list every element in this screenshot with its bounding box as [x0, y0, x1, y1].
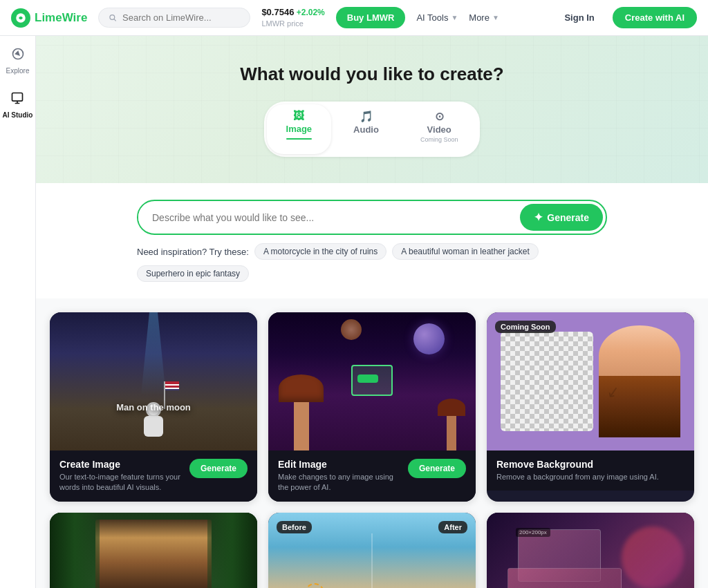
tab-image[interactable]: 🖼 Image	[267, 104, 332, 154]
search-bar[interactable]	[98, 8, 250, 28]
sidebar-item-explore[interactable]: Explore	[6, 47, 30, 75]
create-button[interactable]: Create with AI	[613, 7, 697, 28]
card-create-image-preview: Man on the moon	[50, 312, 257, 451]
logo-text: LimeWire	[35, 11, 87, 25]
mushroom-cap-small	[438, 399, 465, 416]
sidebar: Explore AI Studio	[0, 36, 36, 588]
outpaint-right	[207, 513, 257, 588]
mushroom-stem-small	[447, 416, 456, 451]
search-icon	[109, 13, 117, 22]
tab-audio[interactable]: 🎵 Audio	[334, 104, 398, 154]
more-chevron: ▼	[492, 14, 499, 21]
inpaint-selection-circle	[305, 583, 324, 588]
price-value: $0.7546	[261, 7, 294, 17]
tabs-container: 🖼 Image 🎵 Audio ⊙ Video Coming Soon	[264, 102, 481, 157]
sidebar-item-ai-studio[interactable]: AI Studio	[3, 91, 33, 119]
mushroom-large	[279, 374, 324, 451]
image-tab-icon: 🖼	[293, 110, 304, 122]
generate-star-icon: ✦	[534, 211, 543, 224]
mushroom-small	[438, 399, 465, 451]
checkered-bg	[501, 332, 593, 431]
sidebar-explore-label: Explore	[6, 67, 30, 75]
more-nav[interactable]: More ▼	[469, 12, 499, 23]
card-edit-image-text: Edit Image Make changes to any image usi…	[278, 459, 402, 493]
outpaint-left	[50, 513, 100, 588]
card-create-image-caption: Man on the moon	[116, 402, 191, 412]
signin-button[interactable]: Sign In	[557, 8, 601, 27]
search-input[interactable]	[122, 12, 240, 23]
audio-tab-line	[353, 139, 379, 140]
svg-line-2	[114, 19, 116, 21]
removebg-scene: ↙	[487, 312, 694, 451]
ai-studio-icon	[10, 91, 24, 108]
coming-soon-badge: Coming Soon	[495, 321, 556, 333]
inspiration-chip-2[interactable]: Superhero in epic fantasy	[137, 265, 249, 282]
search-section: ✦ Generate Need inspiration? Try these: …	[36, 183, 708, 298]
card-create-image-button[interactable]: Generate	[189, 459, 248, 478]
sidebar-ai-studio-label: AI Studio	[3, 111, 33, 119]
video-tab-label: Video	[427, 124, 451, 135]
outpaint-center-img	[95, 520, 212, 588]
mushroom-stem-large	[294, 402, 309, 451]
card-edit-image-info: Edit Image Make changes to any image usi…	[268, 451, 476, 502]
card-edit-image-button[interactable]: Generate	[408, 459, 466, 478]
svg-point-1	[110, 15, 115, 20]
upscale-small-label: 200×200px	[516, 528, 550, 537]
image-tab-label: Image	[286, 124, 313, 134]
tab-video[interactable]: ⊙ Video Coming Soon	[401, 104, 478, 154]
card-create-image-info: Create Image Our text-to-image feature t…	[50, 451, 257, 502]
card-create-image-title: Create Image	[59, 459, 184, 470]
price-label: LMWR price	[261, 19, 324, 28]
card-create-image-desc: Our text-to-image feature turns your wor…	[59, 472, 184, 493]
buy-lmwr-button[interactable]: Buy LMWR	[336, 7, 406, 28]
card-remove-bg-desc: Remove a background from any image using…	[496, 472, 659, 482]
card-upscale: 200×200px 960×960px ↘ Upscale Image Enha…	[487, 513, 694, 588]
more-label: More	[469, 12, 490, 23]
price-block: $0.7546 +2.02% LMWR price	[261, 7, 324, 28]
card-edit-image: Edit Image Make changes to any image usi…	[268, 312, 476, 502]
small-planet	[341, 319, 362, 340]
planet-sphere	[413, 323, 445, 354]
prompt-input[interactable]	[138, 204, 517, 231]
svg-rect-4	[12, 93, 23, 102]
video-tab-line	[420, 147, 458, 149]
card-remove-bg-preview: ↙ Coming Soon	[487, 312, 694, 451]
logo[interactable]: LimeWire	[11, 8, 87, 28]
generate-main-button[interactable]: ✦ Generate	[520, 204, 603, 231]
card-grid: Man on the moon Create Image Our text-to…	[36, 298, 708, 588]
card-outpaint: Outpaint Image Outpaint & expand images …	[50, 513, 257, 588]
ai-tools-label: AI Tools	[416, 12, 448, 23]
card-edit-image-desc: Make changes to any image using the powe…	[278, 472, 402, 493]
card-create-image: Man on the moon Create Image Our text-to…	[50, 312, 257, 502]
mushroom-cap-large	[279, 374, 324, 402]
edit-scene	[268, 312, 476, 451]
inpaint-divider	[372, 533, 373, 588]
ai-tools-chevron: ▼	[451, 14, 458, 21]
video-tab-icon: ⊙	[435, 110, 444, 123]
audio-tab-label: Audio	[353, 124, 379, 135]
inspiration-chip-1[interactable]: A beautiful woman in leather jacket	[392, 243, 538, 260]
card-edit-image-preview	[268, 312, 476, 451]
edit-tool-bar	[357, 374, 378, 383]
card-remove-bg-info: Remove Background Remove a background fr…	[487, 451, 694, 491]
hero-section: What would you like to create? 🖼 Image 🎵…	[36, 36, 708, 183]
inspiration-chip-0[interactable]: A motorcycle in the city of ruins	[254, 243, 386, 260]
upscale-large-inner	[508, 569, 621, 588]
inspiration-label: Need inspiration? Try these:	[137, 247, 249, 257]
generate-main-label: Generate	[547, 212, 589, 223]
card-create-image-text: Create Image Our text-to-image feature t…	[59, 459, 184, 493]
before-badge: Before	[277, 521, 312, 533]
prompt-search-wrapper: ✦ Generate	[137, 200, 607, 235]
card-remove-bg-text: Remove Background Remove a background fr…	[496, 459, 659, 482]
hero-title: What would you like to create?	[50, 64, 694, 85]
image-tab-underline	[286, 138, 313, 140]
explore-icon	[11, 47, 25, 64]
card-remove-bg: ↙ Coming Soon Remove Background Remove a…	[487, 312, 694, 502]
video-tab-coming-soon: Coming Soon	[420, 136, 458, 143]
page-layout: Explore AI Studio What would you like to…	[0, 36, 708, 588]
after-badge: After	[438, 521, 467, 533]
ai-tools-nav[interactable]: AI Tools ▼	[416, 12, 458, 23]
astronaut-body	[144, 416, 163, 437]
card-inpaint-preview: Before After Coming Soon	[268, 513, 476, 588]
person-face	[599, 325, 680, 376]
